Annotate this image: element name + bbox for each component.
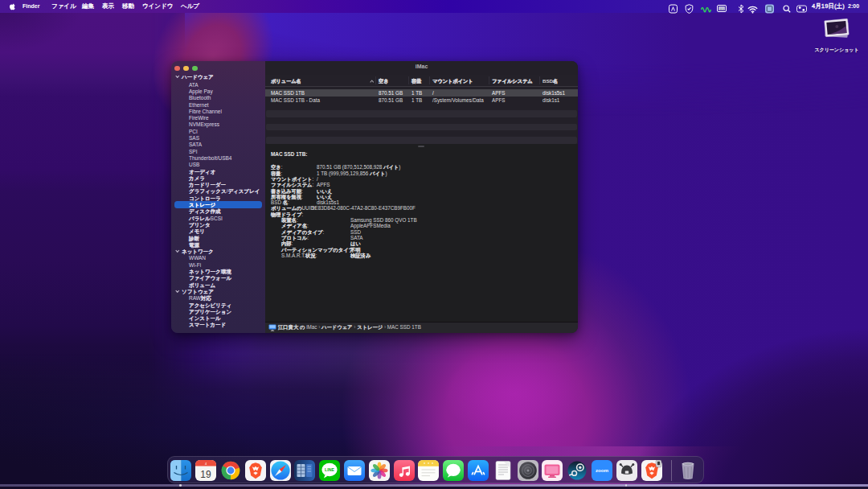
svg-text:zoom: zoom [596, 467, 609, 473]
svg-text:LINE: LINE [325, 467, 334, 472]
svg-text:19: 19 [201, 469, 212, 480]
